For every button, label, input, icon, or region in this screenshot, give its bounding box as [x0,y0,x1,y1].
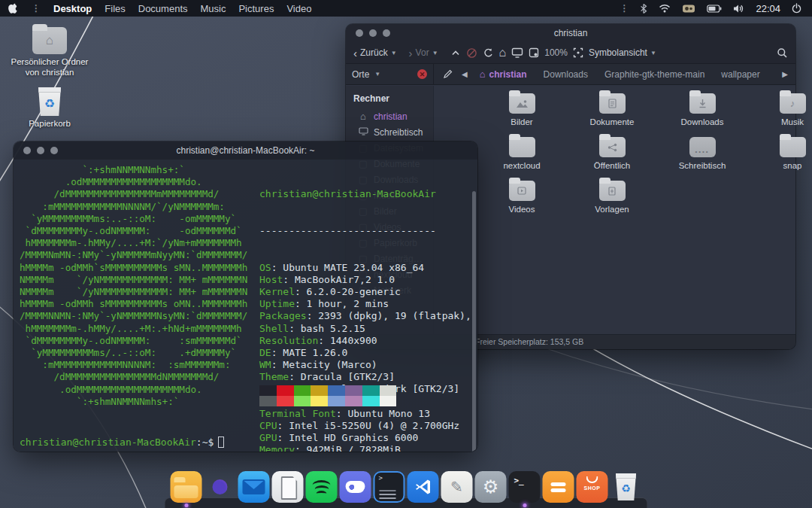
camera-icon[interactable] [682,4,695,14]
edit-path-icon[interactable] [438,69,457,79]
fm-window-buttons[interactable] [346,29,390,37]
palette-swatch [294,396,311,406]
dock-item-terminal[interactable] [509,471,541,503]
dock-item-tilix-terminal[interactable] [374,471,405,503]
palette-swatch [311,385,328,396]
menu-music[interactable]: Music [201,3,226,14]
close-sidebar-icon[interactable]: ✕ [417,69,427,79]
search-icon[interactable] [777,47,788,59]
palette-swatch [294,385,311,396]
dock-item-firefox[interactable] [205,471,236,503]
dock: ✎ ⚙ SHOP ♻ [171,471,642,508]
home-button[interactable]: ⌂ [499,46,507,59]
zoom-fit-icon[interactable] [573,47,583,58]
folder-musik[interactable]: ♪ Musik [748,93,812,126]
dock-item-libreoffice[interactable] [272,471,304,503]
neofetch-info-line: Kernel: 6.2.0-20-generic [259,286,471,298]
breadcrumb-wallpaper[interactable]: wallpaper [714,68,767,81]
dock-item-software-boutique[interactable]: SHOP [577,471,608,503]
pencil-icon: ✎ [450,478,463,496]
fm-toolbar: ‹Zurück▼ ›Vor▼ ⌂ 100% [346,42,795,64]
clock[interactable]: 22:04 [756,3,780,14]
volume-icon[interactable] [733,4,744,14]
dock-item-notes[interactable]: ✎ [441,471,473,503]
up-button[interactable] [450,48,461,57]
breadcrumb-christian[interactable]: ⌂christian [472,67,535,81]
places-selector[interactable]: Orte▼ ✕ [346,64,434,84]
neofetch-info-line: WM: Metacity (Marco) [259,359,471,371]
terminal-body[interactable]: `:+shmNNMMNNmhs+:` .odMMMMMMMMMMMMMMMMMM… [14,160,477,452]
terminal-titlebar[interactable]: christian@christian-MacBookAir: ~ [14,141,477,160]
terminal-scrollbar[interactable] [472,191,476,452]
folder-nextcloud[interactable]: nextcloud [477,137,566,170]
power-icon[interactable] [792,3,801,14]
crumbs-scroll-left-icon[interactable]: ◀ [459,70,471,78]
menu-documents[interactable]: Documents [138,3,188,14]
menu-files[interactable]: Files [105,3,125,14]
breadcrumb-graphite[interactable]: Graphite-gtk-theme-main [597,68,712,81]
folder-dokumente[interactable]: Dokumente [568,93,656,126]
tray-grip-icon[interactable]: ⋮ [620,3,629,14]
desktop-icon-home[interactable]: ⌂ Persönlicher Ordner von christian [11,27,89,78]
dock-item-files[interactable] [171,471,202,503]
dock-item-mail[interactable] [238,471,270,503]
neofetch-info-line: Theme: Dracula [GTK2/3] [259,371,471,383]
neofetch-user-host: christian@christian-MacBookAir [259,188,471,200]
terminal-window-buttons[interactable] [14,147,58,154]
sidebar-item-christian[interactable]: ⌂christian [346,108,433,124]
palette-swatch [362,385,380,396]
palette-swatch [259,396,277,406]
dock-item-trash[interactable]: ♻ [611,471,642,503]
dock-item-vscode[interactable] [408,471,439,503]
folder-videos[interactable]: Videos [477,181,566,214]
edit-button[interactable] [529,47,539,58]
folder-snap[interactable]: snap [748,137,812,170]
reload-button[interactable] [483,47,494,59]
folder-downloads[interactable]: Downloads [658,93,747,126]
forward-button[interactable]: ›Vor▼ [409,47,438,59]
palette-swatch [345,396,362,406]
menu-pictures[interactable]: Pictures [238,3,274,14]
desktop-icon-trash[interactable]: ♻ Papierkorb [11,87,89,129]
view-mode-select[interactable]: Symbolansicht▼ [589,47,656,58]
bluetooth-icon[interactable] [640,3,647,14]
free-space-text: Freier Speicherplatz: 153,5 GB [475,337,583,346]
sidebar-item-schreibtisch[interactable]: Schreibtisch [346,124,433,140]
fm-titlebar[interactable]: christian [346,24,795,42]
fm-window-title: christian [346,28,795,38]
neofetch-info-line: Memory: 942MiB / 7828MiB [259,444,471,452]
shell-prompt[interactable]: christian@christian-MacBookAir:~$ [20,437,224,449]
fm-pathbar: Orte▼ ✕ ◀ ⌂christian Downloads Graphite-… [346,64,795,85]
palette-swatch [311,396,328,406]
neofetch-info-line: Uptime: 1 hour, 2 mins [259,298,471,310]
folder-schreibtisch[interactable]: •••• Schreibtisch [658,137,747,170]
folder-vorlagen[interactable]: Vorlagen [568,181,656,214]
apple-menu-icon[interactable] [8,2,19,14]
top-menubar: ⋮ Desktop Files Documents Music Pictures… [0,0,812,17]
menu-video[interactable]: Video [286,3,311,14]
terminal-window-title: christian@christian-MacBookAir: ~ [14,145,477,156]
stop-button[interactable] [466,47,477,59]
palette-swatch [328,385,345,396]
folder-oeffentlich[interactable]: Öffentlich [568,137,656,170]
battery-icon[interactable] [707,5,722,13]
back-button[interactable]: ‹Zurück▼ [353,47,397,59]
menubar-grip-icon[interactable]: ⋮ [32,3,41,14]
dock-item-mate-tweak[interactable] [543,471,574,503]
palette-swatch [259,385,277,396]
dock-item-control-center[interactable]: ⚙ [475,471,507,503]
neofetch-info-line: DE: MATE 1.26.0 [259,347,471,359]
neofetch-divider: ------------------------------ [259,225,471,237]
neofetch-info-line: Packages: 2393 (dpkg), 19 (flatpak), [259,310,471,322]
folder-bilder[interactable]: Bilder [477,93,566,126]
terminal-cursor [218,437,224,448]
dock-item-discord[interactable] [340,471,371,503]
zoom-level[interactable]: 100% [544,47,568,58]
breadcrumb-downloads[interactable]: Downloads [536,68,595,81]
computer-button[interactable] [511,47,523,58]
wifi-icon[interactable] [659,4,671,13]
dock-item-spotify[interactable] [306,471,338,503]
crumbs-scroll-right-icon[interactable]: ▶ [779,70,791,78]
neofetch-info-line: GPU: Intel HD Graphics 6000 [259,432,471,444]
menu-desktop[interactable]: Desktop [53,3,92,14]
